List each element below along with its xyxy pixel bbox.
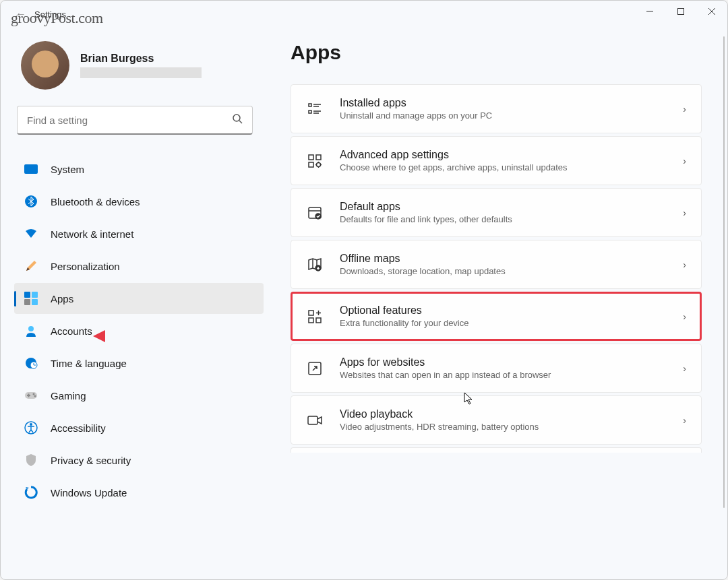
svg-rect-35 (309, 311, 313, 315)
svg-point-14 (34, 395, 36, 397)
close-button[interactable] (696, 1, 727, 22)
svg-rect-25 (309, 155, 313, 160)
settings-item-offline-maps[interactable]: Offline maps Downloads, storage location… (291, 240, 702, 289)
svg-rect-41 (308, 416, 317, 424)
window-controls (634, 1, 727, 22)
profile-email-redacted (80, 67, 202, 78)
main-content: Apps Installed apps Uninstall and manage… (270, 28, 727, 579)
svg-point-4 (233, 115, 240, 121)
sidebar: Brian Burgess System Bluetooth (1, 28, 270, 579)
list-icon (306, 100, 324, 118)
shield-icon (24, 453, 38, 468)
svg-point-7 (28, 326, 34, 331)
sidebar-item-privacy[interactable]: Privacy & security (14, 445, 264, 476)
settings-item-default-apps[interactable]: Default apps Defaults for file and link … (291, 188, 702, 237)
chevron-right-icon: › (683, 207, 686, 218)
nav-label: Gaming (51, 390, 86, 401)
titlebar: ← Settings (1, 1, 727, 28)
profile-name: Brian Burgess (80, 53, 202, 65)
settings-desc: Extra functionality for your device (340, 318, 667, 328)
settings-desc: Downloads, storage location, map updates (340, 266, 667, 276)
settings-desc: Websites that can open in an app instead… (340, 370, 667, 380)
update-icon (24, 485, 38, 500)
settings-desc: Choose where to get apps, archive apps, … (340, 162, 667, 172)
settings-item-partial (291, 447, 702, 453)
nav-label: Apps (51, 293, 73, 304)
minimize-button[interactable] (634, 1, 665, 22)
settings-list: Installed apps Uninstall and manage apps… (291, 84, 707, 453)
scrollbar-thumb[interactable] (723, 36, 725, 508)
brush-icon (24, 259, 38, 273)
sidebar-item-bluetooth[interactable]: Bluetooth & devices (14, 186, 264, 217)
svg-point-28 (317, 162, 321, 166)
nav-label: Personalization (51, 261, 120, 272)
chevron-right-icon: › (683, 156, 686, 166)
svg-rect-19 (309, 104, 311, 106)
grid-plus-icon (306, 308, 324, 325)
open-external-icon (306, 360, 324, 377)
sidebar-item-network[interactable]: Network & internet (14, 218, 264, 249)
chevron-right-icon: › (683, 259, 686, 270)
person-icon (24, 323, 38, 338)
chevron-right-icon: › (683, 363, 686, 374)
video-icon (306, 412, 324, 429)
nav-label: Network & internet (51, 228, 133, 240)
map-download-icon (306, 256, 324, 273)
settings-title: Optional features (340, 304, 667, 317)
nav-label: Accounts (51, 325, 92, 337)
bluetooth-icon (24, 194, 38, 209)
watermark: groovyPost.com (11, 9, 103, 27)
nav-label: Time & language (51, 358, 127, 369)
settings-title: Advanced app settings (340, 149, 667, 161)
svg-point-13 (33, 393, 35, 395)
globe-icon (24, 356, 38, 370)
page-title: Apps (291, 41, 707, 64)
settings-title: Offline maps (340, 253, 667, 265)
sidebar-item-time[interactable]: Time & language (14, 348, 264, 379)
maximize-button[interactable] (665, 1, 696, 22)
sidebar-item-accounts[interactable]: Accounts (14, 315, 264, 346)
svg-rect-36 (309, 318, 313, 323)
search-input[interactable] (27, 115, 232, 126)
settings-item-apps-websites[interactable]: Apps for websites Websites that can open… (291, 344, 702, 393)
settings-title: Installed apps (340, 97, 667, 109)
svg-rect-27 (309, 162, 313, 167)
settings-item-video-playback[interactable]: Video playback Video adjustments, HDR st… (291, 395, 702, 445)
nav-label: Privacy & security (51, 455, 131, 466)
settings-desc: Video adjustments, HDR streaming, batter… (340, 422, 667, 432)
sidebar-item-personalization[interactable]: Personalization (14, 251, 264, 282)
svg-rect-37 (316, 318, 321, 323)
svg-rect-1 (678, 9, 684, 15)
svg-rect-26 (316, 155, 321, 160)
search-icon[interactable] (232, 113, 243, 127)
settings-item-installed-apps[interactable]: Installed apps Uninstall and manage apps… (291, 84, 702, 133)
sidebar-item-update[interactable]: Windows Update (14, 477, 264, 508)
sidebar-item-gaming[interactable]: Gaming (14, 380, 264, 411)
nav-label: System (51, 164, 84, 175)
settings-window: groovyPost.com ← Settings Brian Burgess (0, 0, 728, 580)
scrollbar[interactable] (723, 36, 725, 548)
search-box[interactable] (17, 106, 253, 135)
chevron-right-icon: › (683, 311, 686, 322)
apps-icon (24, 291, 38, 306)
profile-section[interactable]: Brian Burgess (14, 41, 264, 90)
settings-title: Apps for websites (340, 356, 667, 368)
nav-label: Windows Update (51, 487, 127, 498)
sidebar-item-system[interactable]: System (14, 154, 264, 185)
settings-title: Video playback (340, 408, 667, 420)
content-area: Brian Burgess System Bluetooth (1, 28, 727, 579)
svg-rect-20 (309, 110, 311, 113)
grid-gear-icon (306, 152, 324, 170)
settings-desc: Defaults for file and link types, other … (340, 214, 667, 224)
svg-point-18 (30, 423, 32, 426)
settings-item-advanced[interactable]: Advanced app settings Choose where to ge… (291, 136, 702, 185)
nav-label: Bluetooth & devices (51, 196, 140, 207)
settings-item-optional-features[interactable]: Optional features Extra functionality fo… (291, 292, 702, 341)
system-icon (24, 162, 38, 176)
settings-desc: Uninstall and manage apps on your PC (340, 110, 667, 121)
sidebar-item-apps[interactable]: Apps (14, 283, 264, 314)
chevron-right-icon: › (683, 104, 686, 115)
accessibility-icon (24, 420, 38, 435)
sidebar-item-accessibility[interactable]: Accessibility (14, 412, 264, 443)
chevron-right-icon: › (683, 415, 686, 426)
